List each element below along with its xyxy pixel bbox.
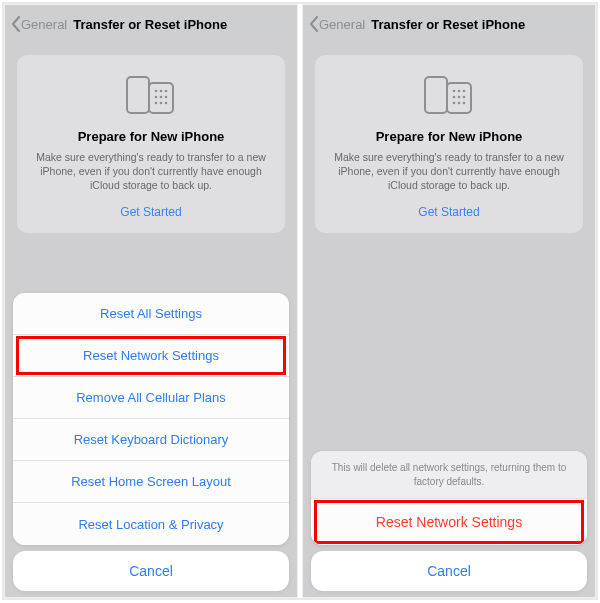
prepare-card: Prepare for New iPhone Make sure everyth… — [17, 55, 285, 233]
get-started-link[interactable]: Get Started — [31, 205, 271, 219]
svg-point-16 — [453, 96, 456, 99]
reset-action-sheet: Reset All Settings Reset Network Setting… — [13, 293, 289, 545]
nav-title: Transfer or Reset iPhone — [73, 17, 227, 32]
reset-keyboard-dictionary[interactable]: Reset Keyboard Dictionary — [13, 419, 289, 461]
confirm-action-sheet: This will delete all network settings, r… — [311, 451, 587, 545]
svg-point-13 — [453, 90, 456, 93]
reset-location-privacy[interactable]: Reset Location & Privacy — [13, 503, 289, 545]
confirm-reset-network-settings[interactable]: Reset Network Settings — [311, 499, 587, 545]
svg-point-18 — [463, 96, 466, 99]
svg-point-17 — [458, 96, 461, 99]
nav-title: Transfer or Reset iPhone — [371, 17, 525, 32]
reset-home-screen-layout[interactable]: Reset Home Screen Layout — [13, 461, 289, 503]
card-body: Make sure everything's ready to transfer… — [329, 150, 569, 193]
svg-point-10 — [165, 102, 168, 105]
right-screenshot: General Transfer or Reset iPhone Prepare… — [302, 4, 596, 598]
svg-point-20 — [458, 102, 461, 105]
svg-rect-0 — [127, 77, 149, 113]
prepare-card: Prepare for New iPhone Make sure everyth… — [315, 55, 583, 233]
navbar: General Transfer or Reset iPhone — [5, 5, 297, 43]
back-button[interactable]: General — [11, 16, 67, 32]
remove-cellular-plans[interactable]: Remove All Cellular Plans — [13, 377, 289, 419]
confirm-message: This will delete all network settings, r… — [311, 451, 587, 499]
svg-point-6 — [160, 96, 163, 99]
svg-point-9 — [160, 102, 163, 105]
svg-rect-11 — [425, 77, 447, 113]
svg-point-21 — [463, 102, 466, 105]
chevron-left-icon — [309, 16, 319, 32]
back-label: General — [319, 17, 365, 32]
card-heading: Prepare for New iPhone — [329, 129, 569, 144]
devices-icon — [329, 73, 569, 117]
reset-network-settings[interactable]: Reset Network Settings — [13, 335, 289, 377]
svg-point-19 — [453, 102, 456, 105]
reset-all-settings[interactable]: Reset All Settings — [13, 293, 289, 335]
back-button[interactable]: General — [309, 16, 365, 32]
cancel-button[interactable]: Cancel — [311, 551, 587, 591]
svg-point-7 — [165, 96, 168, 99]
cancel-button[interactable]: Cancel — [13, 551, 289, 591]
confirm-label: Reset Network Settings — [376, 514, 522, 530]
navbar: General Transfer or Reset iPhone — [303, 5, 595, 43]
card-heading: Prepare for New iPhone — [31, 129, 271, 144]
back-label: General — [21, 17, 67, 32]
comparison-container: General Transfer or Reset iPhone Prepare… — [2, 2, 598, 600]
svg-point-8 — [155, 102, 158, 105]
get-started-link[interactable]: Get Started — [329, 205, 569, 219]
svg-point-3 — [160, 90, 163, 93]
chevron-left-icon — [11, 16, 21, 32]
devices-icon — [31, 73, 271, 117]
left-screenshot: General Transfer or Reset iPhone Prepare… — [4, 4, 298, 598]
svg-point-2 — [155, 90, 158, 93]
card-body: Make sure everything's ready to transfer… — [31, 150, 271, 193]
svg-point-15 — [463, 90, 466, 93]
option-label: Reset Network Settings — [83, 348, 219, 363]
svg-point-14 — [458, 90, 461, 93]
svg-point-5 — [155, 96, 158, 99]
svg-point-4 — [165, 90, 168, 93]
